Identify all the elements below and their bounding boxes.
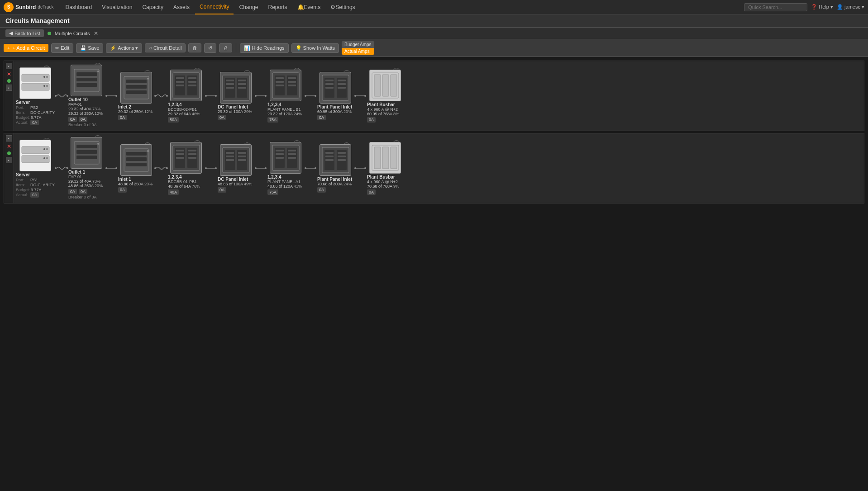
node-image[interactable] (270, 142, 301, 174)
save-button[interactable]: 💾 Save (76, 43, 103, 53)
node-image[interactable] (320, 144, 351, 176)
node-info: Plant Busbar 4 x 960 A @ N+2 60.95 of 76… (367, 102, 403, 123)
row-remove-button[interactable]: ✕ (7, 143, 11, 150)
svg-rect-84 (76, 145, 97, 148)
edit-button[interactable]: ✏ Edit (51, 43, 73, 53)
node-label: DC Panel Inlet (218, 104, 254, 109)
node-image[interactable] (369, 142, 401, 174)
circuit-node: 4 1,2,3,4 BDCBB-01-PB1 48.86 of 64A 76% … (168, 142, 204, 195)
node-image[interactable] (369, 70, 401, 101)
row-square[interactable]: ▪ (6, 85, 12, 91)
close-circuits-button[interactable]: ✕ (94, 30, 98, 37)
circuit-chain: 1 Server Port: PS2 Item: DC-CLARITY (14, 61, 864, 131)
print-button[interactable]: 🖨 (219, 43, 232, 52)
svg-rect-65 (338, 80, 346, 81)
row-checkbox[interactable]: ▪ (6, 135, 12, 142)
nav-assets[interactable]: Assets (169, 0, 194, 14)
node-sub: FAP-01 (68, 102, 105, 107)
delete-button[interactable]: 🗑 (188, 43, 201, 52)
svg-rect-114 (226, 156, 234, 157)
node-image[interactable] (220, 72, 252, 104)
node-sub: BDCBB-02-PB1 (168, 107, 204, 112)
svg-rect-30 (188, 81, 196, 83)
refresh-button[interactable]: ↺ (204, 43, 216, 53)
node-image[interactable] (71, 65, 102, 96)
svg-point-70 (364, 95, 366, 97)
node-group: 6 1,2,3,4 PLANT PANEL B1 29.32 of 120A 2… (267, 70, 317, 123)
circuit-node: 7 Plant Panel Inlet 70.68 of 300A 24% 0A (317, 144, 353, 193)
row-status-dot (7, 79, 11, 83)
row-square[interactable]: ▪ (6, 157, 12, 163)
back-to-list-button[interactable]: ◀ Back to List (5, 29, 44, 37)
line-connector (353, 165, 367, 171)
svg-rect-92 (126, 152, 147, 156)
node-group: 6 1,2,3,4 PLANT PANEL A1 48.86 of 120A 4… (267, 142, 317, 195)
top-nav: S Sunbird dcTrack Dashboard Visualizatio… (0, 0, 868, 14)
nav-capacity[interactable]: Capacity (138, 0, 168, 14)
nav-visualization[interactable]: Visualization (97, 0, 137, 14)
actual-amps-label: Actual Amps (342, 48, 374, 55)
row-remove-button[interactable]: ✕ (7, 71, 11, 77)
nav-events[interactable]: 🔔 Events (293, 0, 325, 14)
svg-rect-3 (46, 85, 48, 87)
multiple-circuits-label: Multiple Circuits (55, 31, 90, 36)
svg-rect-77 (46, 148, 48, 150)
line-connector (204, 93, 218, 99)
node-image[interactable] (120, 144, 152, 176)
nav-change[interactable]: Change (234, 0, 262, 14)
user-menu[interactable]: 👤 jamesc ▾ (837, 4, 864, 10)
node-image[interactable] (170, 142, 202, 174)
node-image[interactable] (270, 70, 301, 101)
line-connector (254, 165, 267, 171)
bulb-icon: 💡 (296, 45, 302, 51)
nav-settings[interactable]: ⚙ Settings (326, 0, 359, 14)
nav-dashboard[interactable]: Dashboard (61, 0, 97, 14)
node-sub: PLANT PANEL B1 (267, 107, 304, 112)
line-connector (304, 165, 317, 171)
circuit-node: 2 Outlet 1 FAP-01 29.32 of 40A 73% 48.86… (68, 137, 105, 199)
add-circuit-button[interactable]: + + Add a Circuit (4, 44, 48, 52)
node-image[interactable] (220, 144, 252, 176)
node-group: 1 Server Port: PS2 Item: DC-CLARITY (16, 67, 68, 125)
circuit-node: 4 1,2,3,4 BDCBB-02-PB1 29.32 of 64A 46% … (168, 70, 204, 123)
circuit-row-2: ▪ ✕ ▪ 1 Server Port: PS1 (4, 133, 864, 203)
svg-rect-19 (126, 90, 147, 94)
svg-point-81 (55, 167, 57, 169)
svg-rect-138 (325, 156, 334, 157)
nav-reports[interactable]: Reports (264, 0, 292, 14)
node-label: Server (16, 100, 55, 105)
line-connector (105, 93, 118, 99)
node-details: Port: PS2 Item: DC-CLARITY Budget: 9.77A… (16, 105, 55, 125)
hide-readings-button[interactable]: 📊 Hide Readings (240, 43, 288, 53)
trash-icon: 🗑 (192, 45, 197, 51)
node-image[interactable] (19, 67, 51, 99)
circuit-detail-button[interactable]: ○ Circuit Detail (145, 43, 186, 52)
help-button[interactable]: ❓ Help ▾ (811, 4, 833, 10)
svg-rect-93 (126, 157, 147, 161)
svg-rect-42 (238, 83, 246, 85)
node-image[interactable] (170, 70, 202, 101)
refresh-icon: ↺ (208, 45, 212, 51)
node-label: 1,2,3,4 (168, 102, 204, 107)
dropdown-icon: ▾ (135, 45, 138, 51)
node-image[interactable] (320, 72, 351, 104)
row-checkbox[interactable]: ▪ (6, 63, 12, 69)
svg-rect-130 (288, 157, 296, 159)
node-image[interactable] (19, 140, 51, 171)
actions-button[interactable]: ⚡ Actions ▾ (106, 43, 142, 53)
svg-rect-67 (338, 87, 346, 89)
svg-point-79 (43, 148, 45, 150)
svg-rect-76 (22, 156, 49, 163)
nav-connectivity[interactable]: Connectivity (195, 0, 234, 14)
svg-rect-116 (238, 152, 246, 154)
brand: S Sunbird dcTrack (4, 2, 54, 12)
show-in-watts-button[interactable]: 💡 Show In Watts (291, 43, 339, 53)
node-group: 7 Plant Panel Inlet 70.68 of 300A 24% 0A (317, 144, 367, 193)
node-image[interactable] (71, 137, 102, 169)
node-sub: 4 x 960 A @ N+2 (367, 107, 403, 112)
svg-point-58 (315, 95, 316, 97)
search-input[interactable] (744, 3, 807, 11)
svg-rect-104 (188, 150, 196, 151)
node-image[interactable] (120, 72, 152, 104)
row-controls: ▪ ✕ ▪ (4, 133, 14, 203)
